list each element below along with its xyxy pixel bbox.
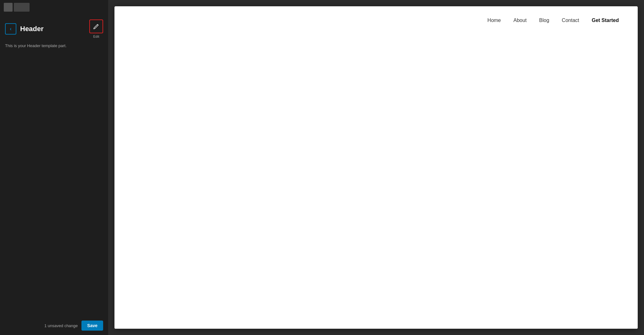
sidebar-footer: 1 unsaved change Save (0, 316, 108, 335)
logo-area (4, 3, 30, 12)
save-button[interactable]: Save (81, 321, 103, 331)
preview-nav: Home About Blog Contact Get Started (114, 6, 638, 35)
logo-block-2 (14, 3, 30, 12)
chevron-left-icon: ‹ (10, 26, 11, 32)
preview-body (114, 35, 638, 329)
top-bar (0, 0, 108, 14)
logo-block-1 (4, 3, 13, 12)
section-title: Header (20, 25, 44, 33)
sidebar: ‹ Header Edit This is your Header templa… (0, 0, 108, 335)
sidebar-description: This is your Header template part. (0, 42, 108, 48)
nav-item-blog[interactable]: Blog (539, 18, 549, 23)
nav-item-contact[interactable]: Contact (562, 18, 579, 23)
edit-button[interactable] (89, 19, 103, 33)
sidebar-header-row: ‹ Header Edit (0, 16, 108, 42)
unsaved-change-text: 1 unsaved change (44, 323, 78, 328)
sidebar-header-left: ‹ Header (5, 23, 44, 35)
preview-frame: Home About Blog Contact Get Started (114, 6, 638, 329)
main-content: Home About Blog Contact Get Started (108, 0, 644, 335)
edit-button-container: Edit (89, 19, 103, 38)
nav-cta-button[interactable]: Get Started (592, 18, 619, 23)
nav-item-home[interactable]: Home (487, 18, 501, 23)
nav-item-about[interactable]: About (514, 18, 527, 23)
back-button[interactable]: ‹ (5, 23, 16, 35)
pencil-icon (93, 23, 99, 30)
edit-label: Edit (93, 35, 99, 38)
